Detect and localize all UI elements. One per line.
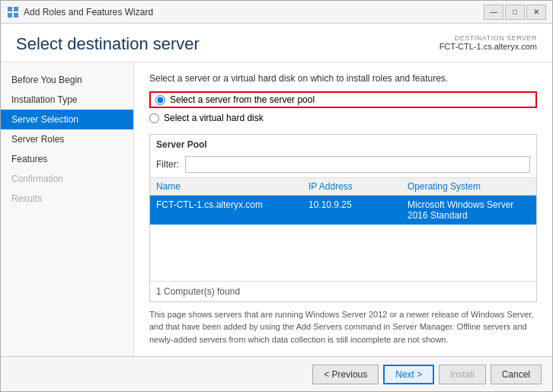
radio-virtual-disk-label: Select a virtual hard disk [164,113,264,123]
col-header-name: Name [156,181,308,192]
pool-footer: 1 Computer(s) found [150,281,536,301]
cell-server-name: FCT-CTL-1.cs.alteryx.com [156,199,308,221]
svg-rect-2 [8,13,12,18]
previous-button[interactable]: < Previous [312,365,379,384]
sidebar: Before You Begin Installation Type Serve… [1,62,134,356]
sidebar-item-server-roles[interactable]: Server Roles [1,129,133,149]
instruction-text: Select a server or a virtual hard disk o… [149,73,537,84]
title-bar-left: Add Roles and Features Wizard [7,6,153,18]
sidebar-item-before-you-begin[interactable]: Before You Begin [1,70,133,90]
cell-server-ip: 10.10.9.25 [308,199,408,221]
radio-group: Select a server from the server pool Sel… [149,91,537,123]
col-header-os: Operating System [408,181,530,192]
radio-server-pool-input[interactable] [155,95,165,105]
middle-content: Before You Begin Installation Type Serve… [1,62,552,356]
title-bar-controls: — □ ✕ [484,5,546,20]
radio-virtual-disk-input[interactable] [149,113,159,123]
page-header: Select destination server DESTINATION SE… [1,24,552,62]
table-header: Name IP Address Operating System [150,178,536,196]
close-button[interactable]: ✕ [526,5,546,20]
filter-label: Filter: [156,159,179,170]
install-button[interactable]: Install [439,365,485,384]
sidebar-item-installation-type[interactable]: Installation Type [1,90,133,110]
footer-bar: < Previous Next > Install Cancel [1,356,552,391]
server-pool-section: Server Pool Filter: Name IP Address Oper… [149,134,537,302]
col-header-ip: IP Address [308,181,408,192]
page-title: Select destination server [16,34,200,54]
wizard-window: Add Roles and Features Wizard — □ ✕ Sele… [0,0,553,392]
radio-server-pool[interactable]: Select a server from the server pool [149,91,537,108]
filter-row: Filter: [150,153,536,178]
note-text: This page shows servers that are running… [149,308,537,346]
table-row[interactable]: FCT-CTL-1.cs.alteryx.com 10.10.9.25 Micr… [150,196,536,225]
destination-label: DESTINATION SERVER [440,34,537,42]
radio-virtual-disk[interactable]: Select a virtual hard disk [149,113,537,123]
sidebar-item-features[interactable]: Features [1,149,133,169]
destination-info: DESTINATION SERVER FCT-CTL-1.cs.alteryx.… [440,34,537,51]
sidebar-item-server-selection[interactable]: Server Selection [1,110,133,129]
right-panel: Select a server or a virtual hard disk o… [134,62,552,356]
svg-rect-3 [14,13,18,18]
maximize-button[interactable]: □ [505,5,525,20]
sidebar-item-results: Results [1,189,133,209]
title-bar: Add Roles and Features Wizard — □ ✕ [1,1,552,24]
minimize-button[interactable]: — [484,5,503,20]
server-pool-title: Server Pool [150,135,536,153]
sidebar-item-confirmation: Confirmation [1,169,133,189]
next-button[interactable]: Next > [383,365,434,384]
window-title: Add Roles and Features Wizard [24,7,153,18]
radio-server-pool-label: Select a server from the server pool [170,94,315,105]
table-empty-space [150,225,536,281]
destination-server: FCT-CTL-1.cs.alteryx.com [440,42,537,51]
wizard-icon [7,6,19,18]
svg-rect-0 [8,7,12,11]
svg-rect-1 [14,7,18,11]
cell-server-os: Microsoft Windows Server 2016 Standard [408,199,530,221]
cancel-button[interactable]: Cancel [491,365,542,384]
filter-input[interactable] [185,156,530,173]
